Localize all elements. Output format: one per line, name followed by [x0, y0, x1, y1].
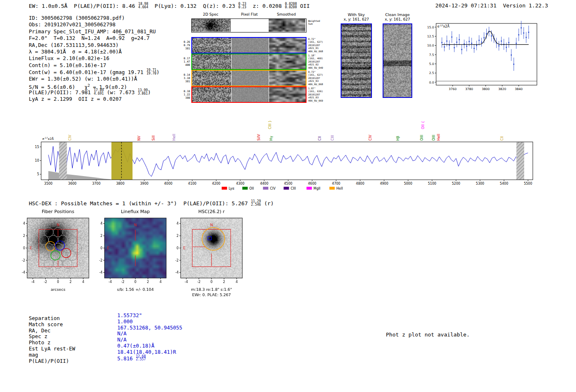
- spec2d-fiber-row: [191, 70, 307, 86]
- fiber-pixelflat-image: [232, 38, 269, 53]
- svg-text:4700: 4700: [332, 182, 340, 186]
- spec2d-cutouts-panel: 2D Spec Pixel Flat Smoothed Weighted Sum…: [181, 12, 335, 106]
- svg-text:10.0: 10.0: [427, 44, 434, 47]
- spec2d-col-title-smoothed: Smoothed: [277, 12, 296, 16]
- svg-text:2: 2: [223, 280, 225, 284]
- svg-text:0: 0: [210, 280, 212, 284]
- info-line: P(LAE)/P(OII): 7.981 17.894.691 (w: 7.67…: [29, 89, 160, 95]
- svg-text:0: 0: [177, 246, 179, 250]
- svg-text:4800: 4800: [356, 182, 364, 186]
- svg-text:3800: 3800: [116, 182, 124, 186]
- svg-text:E: E: [183, 246, 186, 250]
- svg-text:4: 4: [23, 222, 25, 225]
- svg-text:4900: 4900: [380, 182, 388, 186]
- info-line: Obs: 20191207v021_3005062798: [29, 21, 160, 28]
- clean-image: [383, 23, 412, 98]
- match-row-value: 167.531268, 50.945055: [117, 325, 182, 331]
- svg-text:0: 0: [134, 280, 136, 284]
- svg-text:-2: -2: [175, 259, 179, 262]
- fiber-2dspec-image: [192, 54, 231, 69]
- header-timestamp: 2024-12-29 07:21:31 Version 1.22.3: [431, 2, 548, 9]
- svg-text:HeII: HeII: [337, 187, 343, 190]
- svg-text:N: N: [57, 223, 60, 227]
- svg-text:NV: NV: [137, 136, 141, 141]
- svg-text:3700: 3700: [92, 182, 100, 186]
- hsc-dex-match-line: HSC-DEX : Possible Matches = 1 (within +…: [29, 200, 274, 207]
- fiber-smoothed-image: [269, 54, 306, 69]
- match-row-label: Spec z: [29, 333, 47, 339]
- svg-text:OII: OII: [249, 187, 254, 190]
- info-line: F=2.0" T=0.132 N=1.24 A=0.92 g=24.7: [29, 35, 160, 42]
- hsc-title: HSC(26.2) r: [198, 209, 225, 214]
- fiber-pixelflat-image: [232, 54, 269, 69]
- svg-text:3760: 3760: [449, 87, 457, 91]
- svg-text:SiIV: SiIV: [257, 134, 261, 141]
- svg-text:4: 4: [100, 222, 102, 225]
- svg-text:-2: -2: [121, 280, 124, 284]
- match-row-value: 1.000: [117, 318, 133, 325]
- svg-text:3820: 3820: [498, 87, 506, 91]
- svg-text:-2: -2: [44, 280, 47, 284]
- info-line: λ = 3804.91Å σ = 4.18(±2.00)Å: [29, 49, 160, 55]
- svg-text:CIV: CIV: [270, 187, 276, 190]
- svg-text:N: N: [210, 223, 213, 227]
- match-row-label: Photo z: [29, 339, 51, 346]
- svg-text:4000: 4000: [164, 182, 172, 186]
- svg-text:3800: 3800: [482, 87, 490, 91]
- hsc-xlabel: m:18.3 re:1.8" s:1.6": [191, 287, 232, 292]
- match-row-value: N/A: [117, 330, 127, 336]
- match-row-label: RA, Dec: [29, 327, 51, 334]
- info-line: ID: 3005062798 (3005062798.pdf): [29, 15, 160, 21]
- hsc-xlabel2: EWr: 0. PLAE: 5.267: [192, 292, 231, 297]
- svg-text:4: 4: [82, 280, 84, 284]
- fiber-2dspec-image: [192, 38, 231, 53]
- with-sky-coords: x, y: 161, 627: [341, 17, 372, 21]
- info-line: Primary Spec_Slot_IFU_AMP: 406_071_081_R…: [29, 28, 160, 35]
- match-row-value: 0.47(±0.18)Å: [117, 343, 154, 349]
- svg-text:N: N: [134, 223, 137, 227]
- svg-text:-4: -4: [185, 280, 188, 284]
- with-sky-cutout: With Sky x, y: 161, 627: [341, 12, 372, 99]
- fiber-row-info: 0.72" (161, 627) 20191207 v021_01 406_RU…: [308, 37, 323, 53]
- svg-text:CIII: CIII: [330, 135, 334, 141]
- fiber-row-stats: 0.17 1.47 400: [181, 57, 190, 67]
- svg-text:0.0: 0.0: [429, 81, 434, 84]
- svg-text:0: 0: [100, 246, 102, 250]
- svg-text:E: E: [30, 246, 32, 250]
- svg-text:Hβ: Hβ: [396, 136, 400, 141]
- clean-image-title: Clean Image: [383, 12, 412, 17]
- svg-text:4: 4: [236, 280, 238, 284]
- svg-text:-2: -2: [197, 280, 200, 284]
- info-line: RA,Dec (167.531113,50.944633): [29, 42, 160, 49]
- fiber-pixelflat-image: [232, 87, 269, 102]
- svg-text:2: 2: [100, 234, 102, 238]
- svg-text:3900: 3900: [140, 182, 148, 186]
- svg-text:4100: 4100: [188, 182, 196, 186]
- svg-text:CIII }: CIII }: [268, 120, 272, 129]
- fiber-smoothed-image: [269, 71, 306, 86]
- fiber-2dspec-image: [192, 71, 231, 86]
- match-row-label: Est LyA rest-EW: [29, 346, 75, 352]
- fiber-row-stats: 0.26 0.79 381: [181, 40, 190, 50]
- svg-text:4600: 4600: [308, 182, 316, 186]
- info-line: S/N = 5.6(±0.6) χ2 = 1.9(±0.2): [29, 82, 160, 89]
- svg-text:5: 5: [37, 172, 39, 176]
- svg-text:3600: 3600: [68, 182, 77, 186]
- match-row-value: N/A: [117, 336, 127, 343]
- svg-text:4200: 4200: [212, 182, 220, 186]
- spec2d-col-title-pixelflat: Pixel Flat: [241, 12, 258, 16]
- svg-text:3500: 3500: [44, 182, 52, 186]
- match-row-label: Separation: [29, 315, 60, 321]
- svg-text:5100: 5100: [428, 182, 436, 186]
- match-row-label: Match score: [29, 321, 63, 327]
- svg-text:4500: 4500: [284, 182, 292, 186]
- spec2d-weighted-row: [191, 19, 307, 32]
- svg-text:5400: 5400: [500, 182, 508, 186]
- svg-text:MgII: MgII: [314, 187, 321, 190]
- svg-text:HeII: HeII: [172, 134, 176, 141]
- svg-text:CIV: CIV: [68, 135, 72, 141]
- svg-text:0: 0: [57, 280, 59, 284]
- fiber-row-info: 1.87" (161, 636) 20191207 v021_03 406_RU…: [308, 87, 323, 102]
- svg-text:0: 0: [23, 246, 25, 250]
- match-row-value: 5.816 12.682.557: [117, 355, 146, 362]
